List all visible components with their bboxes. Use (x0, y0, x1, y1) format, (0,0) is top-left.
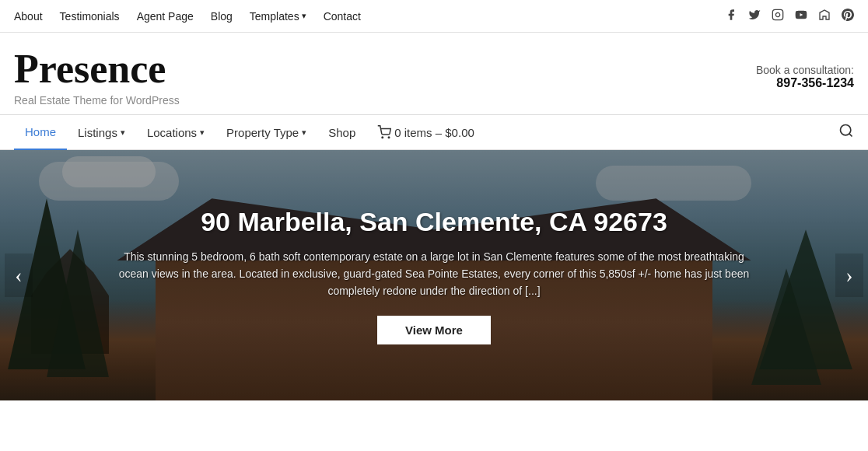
svg-point-4 (389, 137, 390, 138)
main-nav-links: Home Listings ▾ Locations ▾ Property Typ… (14, 114, 485, 150)
slider-next-button[interactable]: › (835, 253, 863, 297)
listings-dropdown-icon: ▾ (121, 128, 125, 138)
search-icon (838, 123, 854, 138)
templates-dropdown-icon: ▾ (302, 11, 306, 21)
hero-description: This stunning 5 bedroom, 6 bath soft con… (115, 248, 753, 300)
facebook-icon (725, 9, 737, 21)
main-nav-home[interactable]: Home (14, 114, 67, 150)
site-title: Presence (14, 47, 180, 91)
main-nav-locations[interactable]: Locations ▾ (136, 114, 215, 150)
svg-rect-0 (772, 9, 782, 19)
nav-contact[interactable]: Contact (324, 10, 361, 23)
main-nav-shop[interactable]: Shop (317, 114, 366, 150)
social-icons-bar (725, 9, 854, 24)
houzz-link[interactable] (818, 9, 831, 24)
pinterest-icon (842, 9, 854, 21)
consult-text: Book a consultation: (756, 64, 854, 76)
cart-link[interactable]: 0 items – $0.00 (366, 114, 485, 150)
hero-title: 90 Marbella, San Clemente, CA 92673 (115, 207, 753, 237)
svg-line-6 (849, 134, 852, 137)
site-branding: Presence Real Estate Theme for WordPress (14, 47, 180, 107)
top-nav: About Testimonials Agent Page Blog Templ… (0, 0, 868, 33)
nav-about[interactable]: About (14, 10, 43, 23)
youtube-link[interactable] (795, 9, 807, 24)
svg-point-5 (841, 124, 851, 135)
houzz-icon (818, 9, 831, 21)
contact-info: Book a consultation: 897-356-1234 (756, 64, 854, 90)
nav-blog[interactable]: Blog (211, 10, 233, 23)
locations-dropdown-icon: ▾ (200, 128, 205, 138)
phone-number: 897-356-1234 (756, 76, 854, 90)
svg-point-3 (382, 137, 383, 138)
main-nav: Home Listings ▾ Locations ▾ Property Typ… (0, 114, 868, 150)
twitter-link[interactable] (748, 9, 761, 24)
nav-testimonials[interactable]: Testimonials (60, 10, 120, 23)
nav-agent-page[interactable]: Agent Page (137, 10, 194, 23)
instagram-link[interactable] (772, 9, 784, 24)
twitter-icon (748, 9, 761, 21)
property-type-dropdown-icon: ▾ (302, 128, 306, 138)
hero-view-more-button[interactable]: View More (377, 316, 491, 344)
pinterest-link[interactable] (842, 9, 854, 24)
nav-templates[interactable]: Templates ▾ (250, 10, 306, 23)
facebook-link[interactable] (725, 9, 737, 24)
cart-icon (377, 125, 391, 139)
site-header: Presence Real Estate Theme for WordPress… (0, 33, 868, 114)
instagram-icon (772, 9, 784, 21)
site-description: Real Estate Theme for WordPress (14, 94, 180, 107)
cart-text: 0 items – $0.00 (394, 126, 474, 139)
main-nav-listings[interactable]: Listings ▾ (67, 114, 136, 150)
search-button[interactable] (838, 123, 854, 142)
main-nav-property-type[interactable]: Property Type ▾ (215, 114, 317, 150)
youtube-icon (795, 9, 807, 21)
slider-prev-button[interactable]: ‹ (5, 253, 33, 297)
hero-slider: 90 Marbella, San Clemente, CA 92673 This… (0, 150, 868, 400)
top-nav-links: About Testimonials Agent Page Blog Templ… (14, 10, 361, 23)
